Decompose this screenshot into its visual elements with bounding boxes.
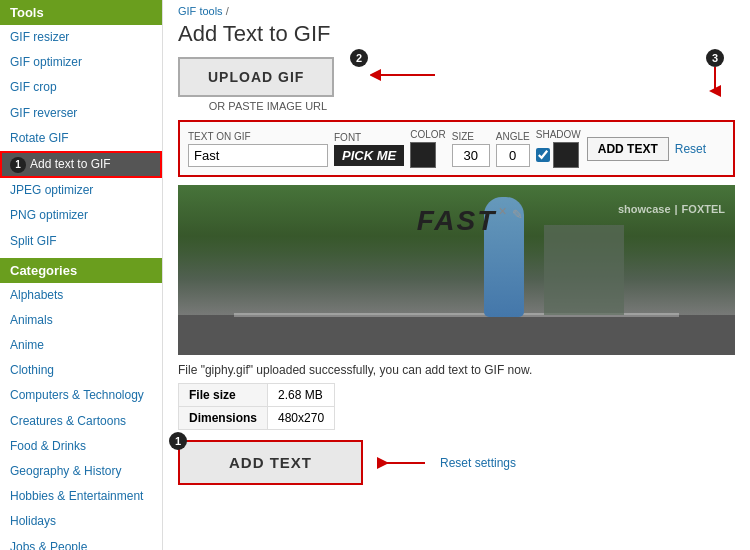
- size-group: SIZE: [452, 131, 490, 167]
- shadow-label: SHADOW: [536, 129, 581, 140]
- watermark-pipe: |: [675, 203, 678, 215]
- file-success-msg: File "giphy.gif" uploaded successfully, …: [178, 363, 735, 377]
- upload-badge-2: 2: [350, 49, 368, 67]
- file-size-label: File size: [179, 384, 268, 407]
- angle-input[interactable]: [496, 144, 530, 167]
- gif-watermark: showcase | FOXTEL: [618, 203, 725, 215]
- sidebar-cat-holidays[interactable]: Holidays: [0, 509, 162, 534]
- gif-text-close-icon[interactable]: ×: [499, 203, 507, 219]
- sidebar-cat-clothing[interactable]: Clothing: [0, 358, 162, 383]
- upload-arrow: [370, 65, 440, 85]
- bottom-badge: 1: [169, 432, 187, 450]
- text-on-gif-input[interactable]: [188, 144, 328, 167]
- add-text-button-bottom[interactable]: ADD TEXT: [178, 440, 363, 485]
- angle-label: ANGLE: [496, 131, 530, 142]
- sidebar-cat-hobbies[interactable]: Hobbies & Entertainment: [0, 484, 162, 509]
- gif-edit-icon[interactable]: ✎: [512, 207, 523, 222]
- table-row: Dimensions 480x270: [179, 407, 335, 430]
- text-on-gif-group: TEXT ON GIF: [188, 131, 328, 167]
- upload-badge-3: 3: [706, 49, 724, 67]
- gif-preview-container: FAST ✎ × showcase | FOXTEL: [178, 185, 735, 355]
- sidebar-item-rotate-gif[interactable]: Rotate GIF: [0, 126, 162, 151]
- add-text-button-top[interactable]: ADD TEXT: [587, 137, 669, 161]
- arrow-right-icon: [370, 65, 440, 85]
- breadcrumb: GIF tools /: [178, 5, 735, 17]
- dimensions-value: 480x270: [268, 407, 335, 430]
- size-input[interactable]: [452, 144, 490, 167]
- text-controls-bar: TEXT ON GIF FONT PICK ME COLOR SIZE ANGL…: [178, 120, 735, 177]
- badge3-area: 3: [705, 49, 725, 97]
- sidebar-item-png-optimizer[interactable]: PNG optimizer: [0, 203, 162, 228]
- upload-section: UPLOAD GIF 2 OR PASTE IMAGE URL: [178, 57, 358, 112]
- shadow-group: SHADOW: [536, 129, 581, 168]
- sidebar-item-gif-crop[interactable]: GIF crop: [0, 75, 162, 100]
- sidebar-item-split-gif[interactable]: Split GIF: [0, 229, 162, 254]
- file-size-value: 2.68 MB: [268, 384, 335, 407]
- watermark-channel: FOXTEL: [682, 203, 725, 215]
- sidebar-cat-creatures[interactable]: Creatures & Cartoons: [0, 409, 162, 434]
- font-group: FONT PICK ME: [334, 132, 404, 166]
- sidebar-item-jpeg-optimizer[interactable]: JPEG optimizer: [0, 178, 162, 203]
- size-label: SIZE: [452, 131, 490, 142]
- sidebar-badge-1: 1: [10, 157, 26, 173]
- upload-gif-button[interactable]: UPLOAD GIF: [178, 57, 334, 97]
- sidebar-item-add-text-gif[interactable]: 1 Add text to GIF: [0, 151, 162, 178]
- paste-url-label: OR PASTE IMAGE URL: [178, 100, 358, 112]
- bottom-btn-wrap: 1 ADD TEXT: [178, 440, 363, 485]
- sidebar: Tools GIF resizer GIF optimizer GIF crop…: [0, 0, 163, 550]
- sidebar-cat-anime[interactable]: Anime: [0, 333, 162, 358]
- bottom-action-area: 1 ADD TEXT Reset settings: [178, 440, 735, 485]
- bottom-arrow-icon: [375, 453, 430, 473]
- gif-text-overlay: FAST: [417, 205, 497, 237]
- angle-group: ANGLE: [496, 131, 530, 167]
- table-row: File size 2.68 MB: [179, 384, 335, 407]
- reset-settings-link[interactable]: Reset settings: [440, 456, 516, 470]
- shadow-color-picker[interactable]: [553, 142, 579, 168]
- categories-header: Categories: [0, 258, 162, 283]
- font-label: FONT: [334, 132, 404, 143]
- sidebar-tools: GIF resizer GIF optimizer GIF crop GIF r…: [0, 25, 162, 254]
- shadow-checkbox[interactable]: [536, 148, 550, 162]
- sidebar-cat-jobs[interactable]: Jobs & People: [0, 535, 162, 550]
- color-group: COLOR: [410, 129, 446, 168]
- sidebar-item-gif-optimizer[interactable]: GIF optimizer: [0, 50, 162, 75]
- font-picker-button[interactable]: PICK ME: [334, 145, 404, 166]
- sidebar-cat-alphabets[interactable]: Alphabets: [0, 283, 162, 308]
- sidebar-cat-animals[interactable]: Animals: [0, 308, 162, 333]
- file-info-table: File size 2.68 MB Dimensions 480x270: [178, 383, 335, 430]
- gif-preview: FAST ✎ × showcase | FOXTEL: [178, 185, 735, 355]
- tools-header: Tools: [0, 0, 162, 25]
- building: [544, 225, 624, 315]
- arrow-down-icon: [705, 67, 725, 97]
- watermark-showcase: showcase: [618, 203, 671, 215]
- sidebar-item-gif-reverser[interactable]: GIF reverser: [0, 101, 162, 126]
- breadcrumb-separator: /: [226, 5, 229, 17]
- sidebar-cat-computers[interactable]: Computers & Technology: [0, 383, 162, 408]
- filename: giphy.gif: [205, 363, 249, 377]
- sidebar-item-gif-resizer[interactable]: GIF resizer: [0, 25, 162, 50]
- main-content: GIF tools / Add Text to GIF UPLOAD GIF 2…: [163, 0, 750, 550]
- reset-link-top[interactable]: Reset: [675, 142, 706, 156]
- sidebar-cat-geography[interactable]: Geography & History: [0, 459, 162, 484]
- dimensions-label: Dimensions: [179, 407, 268, 430]
- color-label: COLOR: [410, 129, 446, 140]
- color-picker[interactable]: [410, 142, 436, 168]
- sidebar-cat-food[interactable]: Food & Drinks: [0, 434, 162, 459]
- breadcrumb-link[interactable]: GIF tools: [178, 5, 223, 17]
- page-title: Add Text to GIF: [178, 21, 735, 47]
- text-on-gif-label: TEXT ON GIF: [188, 131, 328, 142]
